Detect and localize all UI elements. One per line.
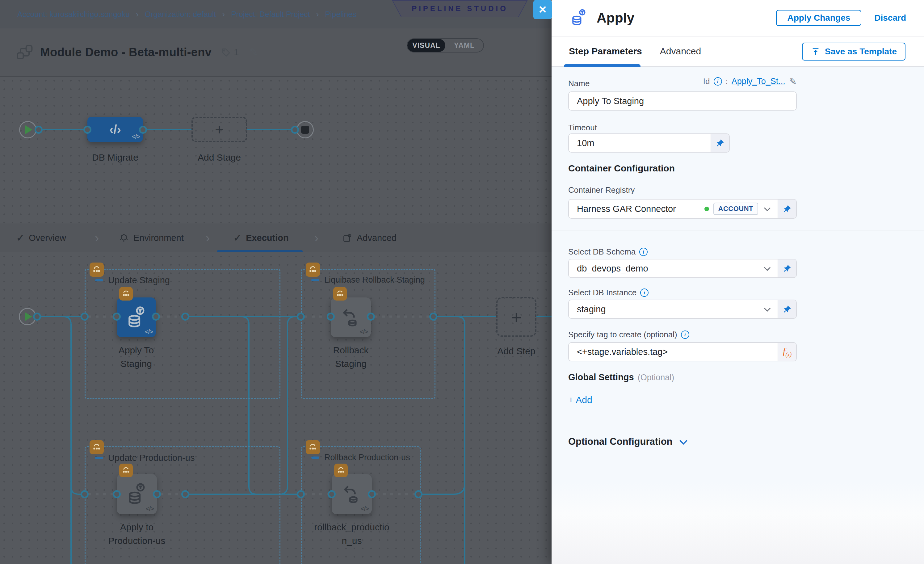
step-id-value[interactable]: Apply_To_St... — [732, 76, 785, 86]
discard-button[interactable]: Discard — [874, 13, 906, 23]
connector-port[interactable] — [113, 490, 121, 498]
add-stage-button[interactable]: + — [192, 117, 247, 142]
connector-port[interactable] — [139, 126, 147, 134]
save-as-template-button[interactable]: Save as Template — [802, 43, 906, 60]
toggle-visual[interactable]: VISUAL — [407, 39, 446, 52]
apply-changes-button[interactable]: Apply Changes — [776, 10, 861, 26]
step-group-icon — [333, 287, 347, 300]
connector-port[interactable] — [83, 126, 92, 134]
breadcrumb-separator: › — [136, 10, 139, 19]
info-icon[interactable]: i — [714, 77, 722, 86]
add-step-label: Add Step — [492, 344, 541, 358]
step-config-drawer: Apply Apply Changes Discard Step Paramet… — [552, 0, 924, 564]
collapse-icon[interactable] — [95, 279, 103, 281]
tab-advanced[interactable]: Advanced — [342, 224, 396, 252]
step-node-apply-to-production-us[interactable]: </> — [117, 474, 157, 514]
tab-execution[interactable]: ✓ Execution — [234, 224, 289, 252]
connector-port[interactable] — [81, 490, 88, 498]
optional-configuration-toggle[interactable]: Optional Configuration — [568, 436, 686, 447]
connector-port[interactable] — [181, 490, 189, 498]
tag-to-create-label-text: Specify tag to create (optional) — [568, 330, 677, 339]
tags-indicator[interactable]: 1 — [221, 47, 239, 57]
connector-port[interactable] — [153, 490, 161, 498]
tag-input[interactable] — [569, 343, 778, 361]
timeout-input[interactable] — [569, 134, 711, 152]
play-icon — [25, 312, 32, 321]
input-type-selector[interactable] — [778, 260, 796, 278]
connector-port[interactable] — [181, 313, 189, 321]
step-group-label-row[interactable]: Update Production-us — [95, 453, 195, 463]
edit-id-icon[interactable]: ✎ — [789, 76, 797, 87]
connector-port[interactable] — [34, 126, 43, 134]
breadcrumb-pipelines[interactable]: Pipelines — [325, 10, 356, 19]
check-icon: ✓ — [234, 232, 241, 243]
collapse-icon[interactable] — [311, 456, 320, 459]
execution-canvas[interactable]: Update Staging Liquibase Rollback Stagin… — [0, 252, 552, 564]
name-input[interactable] — [569, 92, 796, 110]
stage-node-db-migrate[interactable]: ‹/› </> — [87, 117, 143, 142]
tab-advanced-panel[interactable]: Advanced — [660, 46, 701, 57]
save-as-template-label: Save as Template — [825, 46, 897, 57]
step-group-label-row[interactable]: Liquibase Rollback Staging — [311, 275, 425, 285]
input-type-selector[interactable] — [711, 134, 729, 152]
edit-pipeline-icon[interactable]: ✎ — [249, 46, 258, 58]
pipeline-title-bar: Module Demo - Beta-multi-env 1 ✎ — [0, 28, 552, 76]
chevron-down-icon[interactable] — [764, 204, 771, 211]
input-type-selector[interactable] — [778, 300, 796, 318]
step-node-rollback-production-us[interactable]: </> — [332, 474, 372, 514]
step-group-update-staging[interactable] — [85, 269, 280, 399]
expression-input-selector[interactable]: f(x) — [778, 343, 796, 361]
add-global-setting-link[interactable]: + Add — [568, 395, 592, 405]
input-type-selector[interactable] — [778, 200, 796, 218]
connector-port[interactable] — [297, 313, 305, 321]
connector-port[interactable] — [327, 313, 335, 321]
step-group-icon — [90, 262, 104, 277]
visual-yaml-toggle: VISUAL YAML — [407, 38, 484, 52]
connector-port[interactable] — [367, 313, 375, 321]
info-icon[interactable]: i — [640, 288, 648, 297]
tab-environment[interactable]: Environment — [119, 224, 184, 252]
custom-stage-icon: ‹/› — [110, 123, 121, 136]
db-schema-select[interactable]: db_devops_demo — [569, 260, 778, 278]
close-drawer-button[interactable]: ✕ — [533, 0, 552, 19]
stage-canvas[interactable]: ‹/› </> + DB Migrate Add Stage — [0, 76, 552, 224]
tab-step-parameters[interactable]: Step Parameters — [569, 46, 642, 57]
connector-port[interactable] — [368, 490, 376, 498]
connector-port[interactable] — [429, 313, 437, 321]
chevron-down-icon[interactable] — [764, 264, 771, 271]
chevron-down-icon[interactable] — [764, 305, 771, 311]
info-icon[interactable]: i — [681, 330, 689, 339]
step-group-name: Rollback Production-us — [324, 453, 410, 462]
tab-execution-label: Execution — [246, 233, 289, 243]
step-node-rollback-staging[interactable]: </> — [331, 297, 371, 337]
apply-db-icon — [124, 305, 149, 330]
stop-icon — [301, 126, 309, 134]
step-node-apply-to-staging[interactable]: </> — [117, 297, 156, 337]
connector-port[interactable] — [152, 313, 160, 321]
step-group-label-row[interactable]: Rollback Production-us — [311, 453, 410, 462]
connector-port[interactable] — [291, 126, 299, 134]
stage-start-node[interactable] — [19, 121, 36, 138]
toggle-yaml[interactable]: YAML — [446, 39, 483, 52]
collapse-icon[interactable] — [311, 279, 320, 281]
add-step-button[interactable]: + — [496, 297, 536, 337]
db-instance-select[interactable]: staging — [569, 300, 778, 318]
connector-port[interactable] — [414, 490, 423, 498]
breadcrumb-project[interactable]: Project: Default Project — [231, 10, 310, 19]
step-group-label-row[interactable]: Update Staging — [95, 275, 170, 285]
collapse-icon[interactable] — [95, 457, 103, 459]
tab-overview[interactable]: ✓ Overview — [16, 224, 66, 252]
tab-overview-label: Overview — [29, 233, 66, 243]
breadcrumb-account[interactable]: Account: kurosakiichigo.songoku — [17, 10, 130, 19]
fx-x: (x) — [785, 351, 792, 358]
breadcrumb-organization[interactable]: Organization: default — [145, 10, 216, 19]
connector-port[interactable] — [328, 490, 336, 498]
info-icon[interactable]: i — [639, 248, 648, 256]
container-registry-select[interactable]: Harness GAR Connector ACCOUNT — [569, 200, 778, 218]
plus-icon: + — [511, 306, 522, 328]
connector-port[interactable] — [297, 490, 305, 498]
connector-port[interactable] — [33, 313, 41, 321]
connector-port[interactable] — [113, 313, 121, 321]
step-group-icon — [306, 440, 320, 454]
connector-port[interactable] — [81, 313, 88, 321]
